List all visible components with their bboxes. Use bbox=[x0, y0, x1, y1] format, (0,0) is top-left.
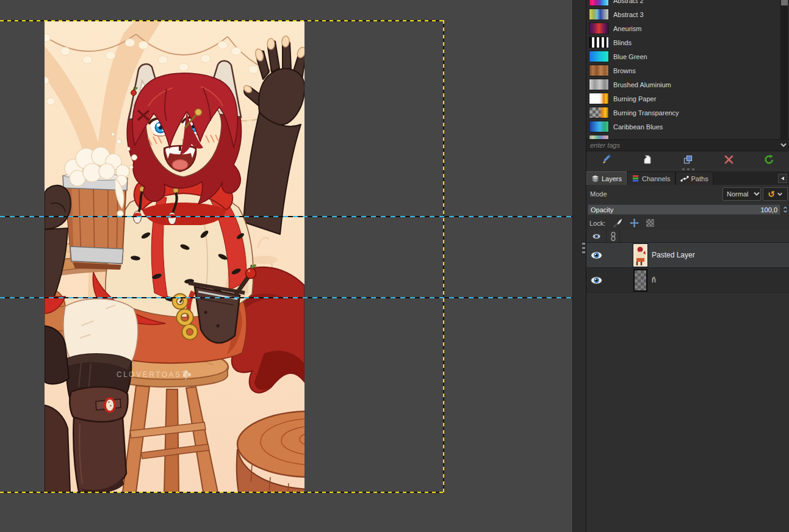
chevron-down-icon[interactable] bbox=[780, 143, 787, 148]
gradient-swatch bbox=[589, 135, 609, 139]
layer-row-n[interactable]: ñ bbox=[586, 268, 789, 293]
gradient-swatch bbox=[589, 23, 609, 34]
layer-visibility-toggle[interactable] bbox=[586, 276, 607, 284]
lock-alpha-button[interactable] bbox=[646, 219, 654, 227]
canvas-image: CLOVERTOAST bbox=[45, 21, 304, 492]
gradient-swatch bbox=[589, 107, 609, 118]
gradient-item[interactable]: Blinds bbox=[586, 35, 789, 49]
paths-curve-icon bbox=[680, 174, 689, 182]
gradient-swatch bbox=[589, 37, 609, 48]
duplicate-icon bbox=[683, 154, 693, 165]
eye-icon bbox=[591, 276, 602, 284]
layer-list-header bbox=[586, 230, 789, 243]
gradient-item[interactable]: Burning Transparency bbox=[586, 106, 789, 120]
duplicate-gradient-button[interactable] bbox=[668, 151, 708, 167]
tag-search-input[interactable]: enter tags bbox=[586, 142, 780, 149]
layer-row-pasted-layer[interactable]: Pasted Layer bbox=[586, 243, 789, 268]
mode-dropdown[interactable]: Normal bbox=[722, 187, 761, 201]
spin-down-icon[interactable] bbox=[783, 210, 788, 213]
mode-row: Mode Normal ↺ bbox=[586, 187, 789, 203]
tab-paths[interactable]: Paths bbox=[676, 171, 713, 185]
layers-stack-icon bbox=[591, 174, 599, 182]
gradient-item[interactable]: Aneurism bbox=[586, 21, 789, 35]
tag-filter-row[interactable]: enter tags bbox=[586, 139, 789, 151]
layer-name[interactable]: ñ bbox=[652, 276, 656, 284]
layer-name[interactable]: Pasted Layer bbox=[652, 251, 695, 259]
lock-label: Lock: bbox=[589, 220, 605, 227]
gradient-swatch bbox=[589, 9, 609, 20]
left-triangle-icon bbox=[780, 176, 785, 181]
lock-row: Lock: bbox=[586, 216, 789, 230]
layer-boundary-right bbox=[443, 20, 444, 493]
scrollbar[interactable] bbox=[780, 0, 788, 139]
gradient-item[interactable]: Burning Paper bbox=[586, 92, 789, 106]
gradient-swatch bbox=[589, 79, 609, 90]
opacity-spinner[interactable] bbox=[781, 204, 789, 215]
pane-splitter[interactable] bbox=[572, 0, 586, 532]
dock-drag-handle[interactable] bbox=[586, 167, 789, 171]
gradient-item[interactable]: Abstract 3 bbox=[586, 7, 789, 21]
gradient-item-partial[interactable] bbox=[586, 134, 789, 139]
mode-group-switch-button[interactable]: ↺ bbox=[763, 187, 788, 201]
tab-menu-button[interactable] bbox=[778, 174, 787, 183]
tab-channels[interactable]: Channels bbox=[627, 171, 675, 185]
tab-layers[interactable]: Layers bbox=[586, 171, 627, 185]
alpha-checker-icon bbox=[646, 219, 654, 227]
canvas-area[interactable]: CLOVERTOAST bbox=[0, 0, 572, 532]
new-document-icon bbox=[642, 154, 652, 165]
refresh-icon bbox=[764, 154, 774, 165]
move-cross-icon bbox=[630, 218, 639, 228]
eye-icon bbox=[591, 251, 602, 259]
eye-icon bbox=[593, 234, 600, 239]
gradient-item[interactable]: Caribbean Blues bbox=[586, 120, 789, 134]
layer-visibility-toggle[interactable] bbox=[586, 251, 607, 259]
opacity-row: Opacity 100,0 bbox=[586, 203, 789, 215]
lock-position-button[interactable] bbox=[630, 218, 639, 228]
delete-x-icon bbox=[724, 154, 734, 165]
gradient-swatch bbox=[589, 65, 609, 76]
mode-label: Mode bbox=[590, 190, 607, 198]
opacity-value: 100,0 bbox=[760, 206, 780, 214]
opacity-label: Opacity bbox=[588, 206, 760, 214]
dockable-tab-bar: Layers Channels Paths bbox=[586, 171, 789, 185]
new-gradient-button[interactable] bbox=[627, 151, 668, 167]
edit-gradient-button[interactable] bbox=[586, 151, 627, 167]
gradient-swatch bbox=[589, 0, 609, 6]
spin-up-icon[interactable] bbox=[783, 206, 788, 209]
gradient-item[interactable]: Abstract 2 bbox=[586, 0, 789, 7]
gradient-item[interactable]: Brushed Aluminium bbox=[586, 77, 789, 92]
chain-icon bbox=[610, 232, 616, 241]
layer-thumbnail[interactable] bbox=[633, 269, 647, 292]
gradient-item[interactable]: Blue Green bbox=[586, 49, 789, 63]
channels-rgb-icon bbox=[632, 174, 639, 182]
refresh-gradients-button[interactable] bbox=[749, 151, 789, 167]
pencil-icon bbox=[602, 154, 612, 165]
gradient-swatch bbox=[589, 93, 609, 104]
gradient-item[interactable]: Browns bbox=[586, 63, 789, 77]
artist-watermark: CLOVERTOAST bbox=[117, 370, 187, 379]
dock-panel: Abstract 2 Abstract 3 Aneurism Blinds Bl… bbox=[586, 0, 789, 532]
gradient-list[interactable]: Abstract 2 Abstract 3 Aneurism Blinds Bl… bbox=[586, 0, 789, 139]
gradient-swatch bbox=[589, 51, 609, 62]
opacity-slider[interactable]: Opacity 100,0 bbox=[588, 204, 780, 215]
scrollbar-thumb[interactable] bbox=[781, 0, 788, 5]
chevron-down-icon bbox=[777, 192, 783, 196]
delete-gradient-button[interactable] bbox=[708, 151, 749, 167]
chevron-down-icon bbox=[753, 192, 760, 196]
layer-thumbnail[interactable] bbox=[633, 244, 647, 267]
paintbrush-icon bbox=[613, 218, 622, 228]
visibility-column-header[interactable] bbox=[586, 230, 607, 243]
lock-pixels-button[interactable] bbox=[613, 218, 622, 228]
gradient-toolbar bbox=[586, 151, 789, 167]
link-column-header[interactable] bbox=[607, 230, 620, 243]
gradient-swatch bbox=[589, 121, 609, 132]
reset-arrow-icon: ↺ bbox=[768, 190, 775, 198]
